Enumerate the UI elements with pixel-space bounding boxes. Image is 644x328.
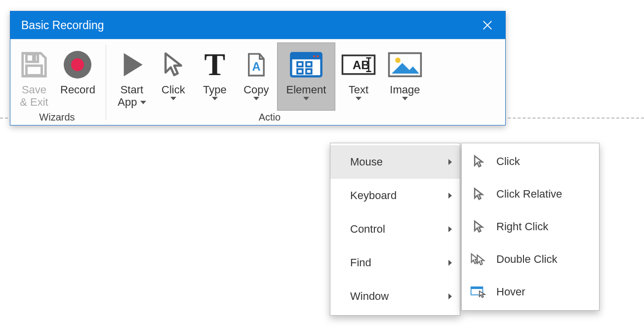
menu-item-control-label: Control xyxy=(350,223,434,236)
record-icon xyxy=(62,49,93,81)
svg-point-22 xyxy=(395,58,401,63)
text-label: Text xyxy=(349,83,368,96)
save-exit-line2: & Exit xyxy=(20,96,48,108)
cursor-icon xyxy=(469,153,488,170)
type-label: Type xyxy=(203,83,227,96)
caret-down-icon xyxy=(170,97,176,100)
copy-button[interactable]: A Copy xyxy=(236,42,277,111)
play-icon xyxy=(118,49,146,81)
mouse-submenu: Click Click Relative Right Click Double … xyxy=(461,143,600,311)
record-label: Record xyxy=(60,83,95,96)
hover-icon xyxy=(469,283,488,301)
start-app-line2: App xyxy=(118,96,137,108)
element-label: Element xyxy=(286,83,326,96)
caret-down-icon xyxy=(303,97,309,100)
submenu-hover[interactable]: Hover xyxy=(462,276,599,308)
close-button[interactable] xyxy=(477,14,498,36)
caret-down-icon xyxy=(140,101,146,104)
menu-item-keyboard[interactable]: Keyboard xyxy=(330,179,460,212)
chevron-right-icon xyxy=(448,159,452,165)
submenu-click-label: Click xyxy=(496,155,520,168)
menu-item-find-label: Find xyxy=(350,256,434,269)
ribbon-divider xyxy=(106,44,106,120)
cursor-icon xyxy=(160,49,187,80)
caret-down-icon xyxy=(402,97,408,100)
group-actions-label: Actio xyxy=(259,112,281,123)
click-label: Click xyxy=(161,83,185,96)
svg-rect-3 xyxy=(32,55,36,61)
image-button[interactable]: Image xyxy=(382,42,428,111)
svg-rect-24 xyxy=(471,287,483,289)
type-button[interactable]: T Type xyxy=(194,42,236,111)
menu-item-window-label: Window xyxy=(350,290,434,303)
titlebar: Basic Recording xyxy=(10,11,505,39)
image-icon xyxy=(387,51,423,79)
type-icon: T xyxy=(204,49,226,81)
menu-item-keyboard-label: Keyboard xyxy=(350,189,434,202)
svg-point-11 xyxy=(317,55,319,58)
chevron-right-icon xyxy=(448,226,452,232)
svg-text:AB: AB xyxy=(353,58,370,72)
menu-item-control[interactable]: Control xyxy=(330,212,460,246)
close-icon xyxy=(482,20,493,31)
caret-down-icon xyxy=(253,97,259,100)
caret-down-icon xyxy=(356,97,362,100)
chevron-right-icon xyxy=(448,193,452,199)
submenu-right-click[interactable]: Right Click xyxy=(462,210,599,243)
click-button[interactable]: Click xyxy=(153,42,194,111)
window-title: Basic Recording xyxy=(21,19,477,32)
submenu-click[interactable]: Click xyxy=(462,145,599,178)
menu-item-find[interactable]: Find xyxy=(330,246,460,280)
ribbon: Save & Exit Record xyxy=(10,39,505,125)
element-dropdown-menu: Mouse Keyboard Control Find Window xyxy=(330,143,460,316)
submenu-hover-label: Hover xyxy=(496,286,525,298)
group-wizards-label: Wizards xyxy=(39,112,75,123)
cursor-icon xyxy=(469,218,488,236)
menu-item-mouse-label: Mouse xyxy=(350,156,434,168)
submenu-double-click[interactable]: Double Click xyxy=(462,243,599,276)
text-icon: AB xyxy=(341,52,376,77)
image-label: Image xyxy=(390,83,420,96)
start-app-button[interactable]: Start App xyxy=(111,42,153,111)
menu-item-mouse[interactable]: Mouse xyxy=(330,145,460,179)
copy-doc-icon: A xyxy=(243,49,270,81)
element-icon xyxy=(288,49,324,80)
chevron-right-icon xyxy=(448,293,452,299)
group-wizards: Save & Exit Record xyxy=(10,40,104,125)
save-icon xyxy=(19,49,49,80)
element-button[interactable]: Element xyxy=(277,42,335,111)
submenu-right-click-label: Right Click xyxy=(496,220,548,233)
text-button[interactable]: AB Text xyxy=(335,42,382,111)
caret-down-icon xyxy=(212,97,218,100)
start-app-line1: Start xyxy=(121,83,143,96)
submenu-click-relative-label: Click Relative xyxy=(496,188,562,201)
submenu-double-click-label: Double Click xyxy=(496,253,558,266)
cursor-icon xyxy=(469,185,488,203)
copy-label: Copy xyxy=(243,83,269,96)
submenu-click-relative[interactable]: Click Relative xyxy=(462,178,599,210)
svg-rect-4 xyxy=(27,66,42,75)
svg-point-10 xyxy=(313,55,316,58)
basic-recording-window: Basic Recording xyxy=(10,11,506,125)
double-cursor-icon xyxy=(469,250,488,268)
menu-item-window[interactable]: Window xyxy=(330,280,460,313)
group-actions: Start App Click xyxy=(108,40,431,125)
save-exit-button[interactable]: Save & Exit xyxy=(13,42,55,111)
record-button[interactable]: Record xyxy=(55,42,101,111)
svg-text:A: A xyxy=(252,60,260,73)
save-exit-line1: Save xyxy=(22,83,46,96)
chevron-right-icon xyxy=(448,260,452,266)
svg-point-6 xyxy=(71,58,84,71)
